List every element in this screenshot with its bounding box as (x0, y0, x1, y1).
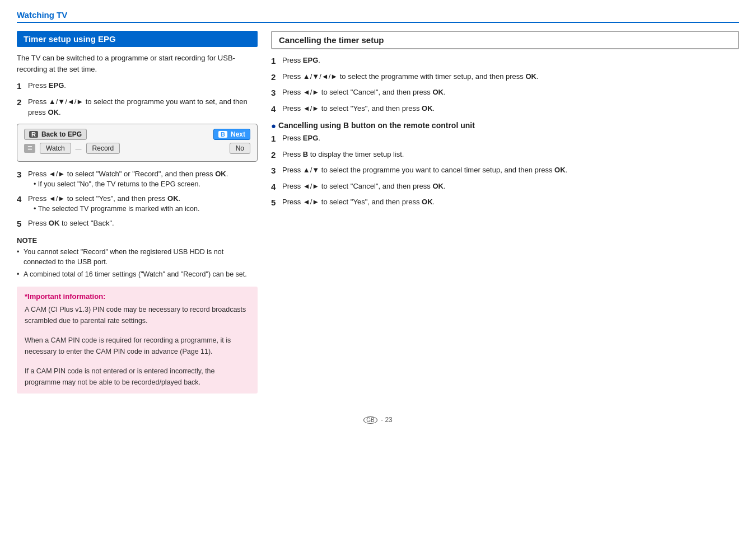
important-title: *Important information: (25, 292, 250, 301)
menu-icon: ☰ (24, 144, 35, 153)
sub-step-content-2: Press B to display the timer setup list. (282, 149, 739, 162)
page-container: Watching TV Timer setup using EPG The TV… (0, 0, 756, 441)
remote-ui-box: R Back to EPG B Next ☰ Watch ― Record No (17, 124, 258, 162)
right-step-num-2: 2 (271, 71, 279, 84)
sub-step-content-5: Press ◄/► to select "Yes", and then pres… (282, 196, 739, 209)
step-3: 3 Press ◄/► to select "Watch" or "Record… (17, 168, 258, 190)
sub-step-num-4: 4 (271, 181, 279, 194)
step-num-4: 4 (17, 193, 25, 214)
right-step-num-3: 3 (271, 87, 279, 100)
next-btn[interactable]: B Next (213, 129, 250, 140)
sub-section-title: Cancelling using B button on the remote … (278, 121, 475, 130)
right-column: Cancelling the timer setup 1 Press EPG. … (271, 31, 739, 394)
steps-list-left-top: 1 Press EPG. 2 Press ▲/▼/◄/► to select t… (17, 80, 258, 118)
right-step-3: 3 Press ◄/► to select "Cancel", and then… (271, 87, 739, 100)
steps-list-right-sub: 1 Press EPG. 2 Press B to display the ti… (271, 133, 739, 209)
right-section-header: Cancelling the timer setup (271, 31, 739, 49)
separator: ― (76, 145, 82, 152)
note-bullet-1: You cannot select "Record" when the regi… (17, 247, 258, 268)
sub-section-header-row: ● Cancelling using B button on the remot… (271, 121, 739, 130)
page-number: - 23 (381, 416, 393, 424)
two-col-layout: Timer setup using EPG The TV can be swit… (17, 31, 739, 394)
steps-list-right-top: 1 Press EPG. 2 Press ▲/▼/◄/► to select t… (271, 55, 739, 115)
important-text-3: If a CAM PIN code is not entered or is e… (25, 366, 250, 388)
step-content-3: Press ◄/► to select "Watch" or "Record",… (28, 168, 258, 190)
remote-row-2: ☰ Watch ― Record No (24, 143, 250, 154)
r-letter: R (29, 131, 38, 138)
watch-btn[interactable]: Watch (40, 143, 71, 154)
next-label: Next (231, 130, 245, 138)
record-btn[interactable]: Record (86, 143, 120, 154)
step-content-1: Press EPG. (28, 80, 258, 93)
page-title: Watching TV (17, 10, 739, 23)
sub-step-4: 4 Press ◄/► to select "Cancel", and then… (271, 181, 739, 194)
gb-circle: GB (363, 416, 377, 424)
step-4: 4 Press ◄/► to select "Yes", and then pr… (17, 193, 258, 214)
sub-step-content-1: Press EPG. (282, 133, 739, 146)
step-5: 5 Press OK to select "Back". (17, 218, 258, 231)
circle-bullet-icon: ● (271, 121, 276, 130)
right-step-num-1: 1 (271, 55, 279, 68)
right-step-content-4: Press ◄/► to select "Yes", and then pres… (282, 103, 739, 116)
right-step-2: 2 Press ▲/▼/◄/► to select the programme … (271, 71, 739, 84)
intro-text: The TV can be switched to a programme or… (17, 53, 258, 74)
left-column: Timer setup using EPG The TV can be swit… (17, 31, 258, 394)
step-content-4: Press ◄/► to select "Yes", and then pres… (28, 193, 258, 214)
sub-step-num-2: 2 (271, 149, 279, 162)
steps-list-left-bottom: 3 Press ◄/► to select "Watch" or "Record… (17, 168, 258, 231)
important-box: *Important information: A CAM (CI Plus v… (17, 287, 258, 394)
step-content-2: Press ▲/▼/◄/► to select the programme yo… (28, 96, 258, 118)
right-step-content-3: Press ◄/► to select "Cancel", and then p… (282, 87, 739, 100)
page-footer: GB - 23 (17, 416, 739, 424)
note-bullets: You cannot select "Record" when the regi… (17, 247, 258, 280)
important-text-1: A CAM (CI Plus v1.3) PIN code may be nec… (25, 304, 250, 326)
right-step-4: 4 Press ◄/► to select "Yes", and then pr… (271, 103, 739, 116)
note-section: NOTE You cannot select "Record" when the… (17, 236, 258, 280)
back-to-epg-btn[interactable]: R Back to EPG (24, 129, 87, 140)
sub-step-num-1: 1 (271, 133, 279, 146)
remote-row-1: R Back to EPG B Next (24, 129, 250, 140)
right-step-content-1: Press EPG. (282, 55, 739, 68)
back-to-epg-label: Back to EPG (41, 130, 82, 138)
sub-step-num-5: 5 (271, 196, 279, 209)
sub-step-content-3: Press ▲/▼ to select the programme you wa… (282, 165, 739, 177)
step-num-2: 2 (17, 96, 25, 118)
step-content-5: Press OK to select "Back". (28, 218, 258, 231)
right-step-content-2: Press ▲/▼/◄/► to select the programme wi… (282, 71, 739, 84)
step-2: 2 Press ▲/▼/◄/► to select the programme … (17, 96, 258, 118)
important-text-2: When a CAM PIN code is required for reco… (25, 335, 250, 357)
step-num-1: 1 (17, 80, 25, 93)
note-bullet-2: A combined total of 16 timer settings ("… (17, 269, 258, 280)
step-3-sub: If you select "No", the TV returns to th… (34, 179, 258, 190)
sub-step-1: 1 Press EPG. (271, 133, 739, 146)
step-num-3: 3 (17, 168, 25, 190)
step-1: 1 Press EPG. (17, 80, 258, 93)
sub-step-3: 3 Press ▲/▼ to select the programme you … (271, 165, 739, 177)
b-letter: B (218, 131, 227, 138)
note-title: NOTE (17, 236, 258, 245)
sub-step-2: 2 Press B to display the timer setup lis… (271, 149, 739, 162)
sub-step-content-4: Press ◄/► to select "Cancel", and then p… (282, 181, 739, 194)
step-4-sub: The selected TV programme is marked with… (34, 204, 258, 214)
no-btn[interactable]: No (230, 143, 250, 154)
sub-step-5: 5 Press ◄/► to select "Yes", and then pr… (271, 196, 739, 209)
left-section-header: Timer setup using EPG (17, 31, 258, 47)
sub-step-num-3: 3 (271, 165, 279, 177)
right-step-1: 1 Press EPG. (271, 55, 739, 68)
right-step-num-4: 4 (271, 103, 279, 116)
step-num-5: 5 (17, 218, 25, 231)
